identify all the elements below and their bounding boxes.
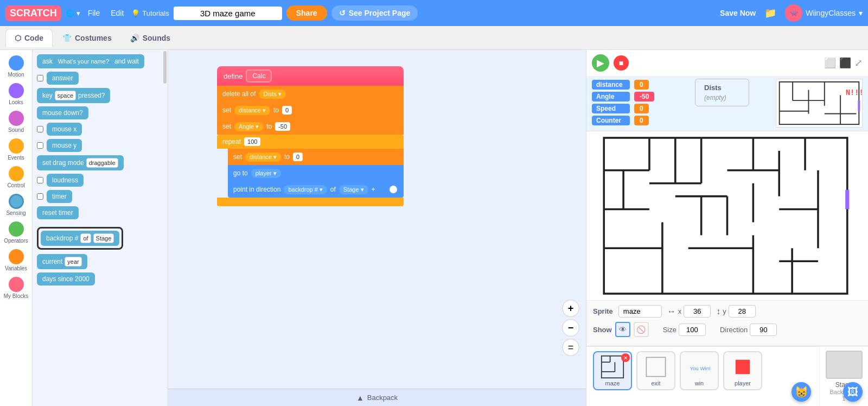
add-stage-btn[interactable]: 🖼 xyxy=(843,382,863,402)
key-select[interactable]: space xyxy=(55,91,76,100)
sprite-thumb-player[interactable]: player xyxy=(723,351,762,390)
repeat-block[interactable]: repeat 100 xyxy=(217,135,404,149)
drag-select[interactable]: draggable xyxy=(86,158,118,168)
large-stage-icon[interactable]: ⬛ xyxy=(839,57,851,69)
palette-operators[interactable]: Operators xyxy=(1,219,31,246)
folder-icon[interactable]: 📁 xyxy=(764,7,776,19)
user-menu[interactable]: 👾 WiingyClasses ▾ xyxy=(785,4,863,22)
sprite-label: Sprite xyxy=(593,307,613,315)
mouse-y-checkbox[interactable] xyxy=(37,142,43,149)
point-direction-block[interactable]: point in direction backdrop # ▾ of Stage… xyxy=(228,181,404,198)
dists-dropdown[interactable]: Dists ▾ xyxy=(259,90,285,99)
stage-select[interactable]: Stage xyxy=(93,233,114,243)
file-menu[interactable]: File xyxy=(85,8,104,18)
palette-myblocks[interactable]: My Blocks xyxy=(1,275,31,301)
direction-input[interactable] xyxy=(750,323,777,336)
mouse-y-block[interactable]: mouse y xyxy=(37,139,163,152)
goto-block[interactable]: go to player ▾ xyxy=(228,165,404,181)
palette-motion[interactable]: Motion xyxy=(1,53,31,80)
timer-label: timer xyxy=(47,190,72,203)
stage-thumbnail[interactable] xyxy=(826,351,863,379)
backdrop-dropdown2[interactable]: backdrop # ▾ xyxy=(284,185,327,194)
mouse-x-checkbox[interactable] xyxy=(37,126,43,132)
set2-value[interactable]: -50 xyxy=(275,122,290,131)
small-stage-icon[interactable]: ⬜ xyxy=(824,57,836,69)
zoom-out-btn[interactable]: − xyxy=(562,319,579,337)
key-pressed-block[interactable]: key space pressed? xyxy=(37,88,163,103)
palette-sensing[interactable]: Sensing xyxy=(1,192,31,218)
angle-dropdown[interactable]: Angle ▾ xyxy=(234,122,263,131)
save-now-button[interactable]: Save Now xyxy=(720,9,756,17)
zoom-in-btn[interactable]: + xyxy=(562,300,579,317)
show-hidden-btn[interactable]: 🚫 xyxy=(634,322,649,337)
stage-canvas[interactable]: define Calc delete all of Dists ▾ set xyxy=(168,50,586,389)
x-input[interactable] xyxy=(684,305,711,318)
scroll-thumb[interactable] xyxy=(163,51,167,84)
show-visible-btn[interactable]: 👁 xyxy=(615,322,630,337)
tutorials-btn[interactable]: 💡 Tutorials xyxy=(131,9,169,17)
define-block[interactable]: define Calc xyxy=(217,66,404,86)
sprite-name-input[interactable] xyxy=(618,305,662,318)
set-angle-block[interactable]: set Angle ▾ to -50 xyxy=(217,118,404,135)
scratch-logo[interactable]: SCRATCH xyxy=(5,5,61,21)
scrollbar[interactable] xyxy=(163,50,167,406)
code-block-stack[interactable]: define Calc delete all of Dists ▾ set xyxy=(217,66,404,206)
timer-block[interactable]: timer xyxy=(37,190,163,203)
palette-variables[interactable]: Variables xyxy=(1,247,31,274)
repeat-value[interactable]: 100 xyxy=(244,137,260,146)
mouse-x-block[interactable]: mouse x xyxy=(37,123,163,136)
tab-costumes[interactable]: 👕 Costumes xyxy=(54,29,120,47)
ask-block[interactable]: ask What's your name? and wait xyxy=(37,54,163,68)
distance-dropdown2[interactable]: distance ▾ xyxy=(245,153,281,162)
player-dropdown[interactable]: player ▾ xyxy=(251,169,281,178)
share-button[interactable]: Share xyxy=(286,5,327,21)
loudness-checkbox[interactable] xyxy=(37,177,43,183)
stage-preview[interactable] xyxy=(586,131,868,300)
timer-checkbox[interactable] xyxy=(37,193,43,200)
stage-dropdown2[interactable]: Stage ▾ xyxy=(339,185,368,194)
sprite-thumb-maze[interactable]: ✕ maze xyxy=(593,351,632,390)
globe-button[interactable]: 🌐 ▾ xyxy=(66,9,80,17)
set1-value[interactable]: 0 xyxy=(282,106,292,115)
selected-block[interactable]: backdrop # of Stage xyxy=(37,227,123,250)
green-flag-btn[interactable]: ▶ xyxy=(592,54,609,72)
tab-code[interactable]: ⬡ Code xyxy=(5,29,53,47)
red-stop-btn[interactable]: ■ xyxy=(614,55,629,71)
y-coord-group: ↕ y xyxy=(716,305,756,318)
days-since-block[interactable]: days since 2000 xyxy=(37,272,163,286)
delete-maze-btn[interactable]: ✕ xyxy=(621,353,630,362)
reset-timer-block[interactable]: reset timer xyxy=(37,206,163,219)
loudness-block[interactable]: loudness xyxy=(37,174,163,187)
sprite-thumb-win[interactable]: You Win! win xyxy=(680,351,719,390)
distance-dropdown[interactable]: distance ▾ xyxy=(234,106,270,115)
size-group: Size xyxy=(663,323,706,336)
backpack-bar[interactable]: ▲ Backpack xyxy=(168,389,586,406)
fullscreen-icon[interactable]: ⤢ xyxy=(854,57,863,69)
edit-menu[interactable]: Edit xyxy=(107,8,127,18)
y-input[interactable] xyxy=(729,305,756,318)
current-block[interactable]: current year xyxy=(37,254,163,269)
tab-sounds[interactable]: 🔊 Sounds xyxy=(122,29,179,47)
mouse-down-block[interactable]: mouse down? xyxy=(37,106,163,119)
size-input[interactable] xyxy=(679,323,706,336)
answer-block[interactable]: answer xyxy=(37,72,163,85)
current-select[interactable]: year xyxy=(65,257,81,267)
size-label: Size xyxy=(663,326,676,334)
toggle-switch[interactable] xyxy=(379,185,398,194)
set-distance-block[interactable]: set distance ▾ to 0 xyxy=(217,102,404,118)
backdrop-select[interactable]: of xyxy=(80,233,91,243)
palette-looks[interactable]: Looks xyxy=(1,81,31,107)
palette-sound[interactable]: Sound xyxy=(1,109,31,135)
palette-control[interactable]: Control xyxy=(1,164,31,191)
project-title-input[interactable] xyxy=(174,7,282,20)
drag-mode-block[interactable]: set drag mode draggable xyxy=(37,155,163,170)
zoom-reset-btn[interactable]: = xyxy=(562,339,579,356)
inner-set-distance[interactable]: set distance ▾ to 0 xyxy=(228,149,404,165)
add-sprite-btn[interactable]: 😸 xyxy=(792,382,811,402)
set3-value[interactable]: 0 xyxy=(293,153,303,161)
answer-checkbox[interactable] xyxy=(37,75,43,81)
sprite-thumb-exit[interactable]: exit xyxy=(636,351,675,390)
see-project-button[interactable]: ↺ See Project Page xyxy=(331,5,418,21)
palette-events[interactable]: Events xyxy=(1,136,31,163)
delete-all-block[interactable]: delete all of Dists ▾ xyxy=(217,86,404,102)
